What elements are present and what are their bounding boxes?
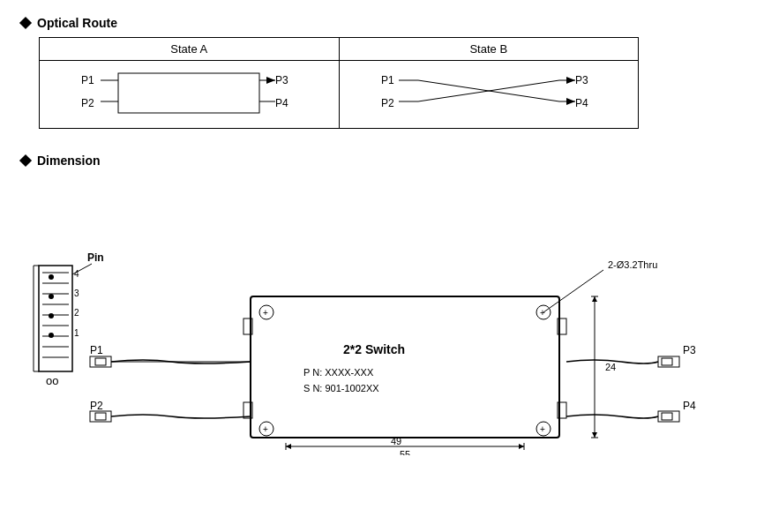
state-a-p3: P3: [275, 74, 288, 86]
dimension-diagram: 4 3 2 1 oo Pin 2.54*3=7.62 P1 P2: [30, 182, 753, 455]
state-b-p3: P3: [575, 74, 588, 86]
oo-symbol: oo: [46, 374, 58, 387]
state-b-diagram-cell: P1 P2 P3 P4: [339, 61, 639, 129]
dim-24: 24: [605, 362, 616, 372]
state-a-svg: P1 P2 P3 P4: [74, 64, 303, 122]
state-b-p2: P2: [381, 97, 394, 109]
pin-dot-2: [49, 313, 54, 318]
pin-1: 1: [74, 328, 79, 338]
dimension-title: Dimension: [37, 154, 101, 168]
svg-rect-0: [118, 73, 259, 113]
optical-route-table: State A State B P1 P2 P3 P4: [39, 37, 639, 129]
dimension-svg: 4 3 2 1 oo Pin 2.54*3=7.62 P1 P2: [30, 182, 753, 455]
pin-dot-4: [49, 274, 54, 280]
sn-label: S N: 901-1002XX: [303, 383, 379, 393]
svg-rect-40: [662, 358, 672, 365]
svg-marker-47: [519, 444, 524, 449]
dim-49: 49: [391, 436, 401, 446]
svg-rect-11: [39, 266, 72, 371]
dim-55: 55: [400, 449, 410, 455]
state-a-diagram-cell: P1 P2 P3 P4: [40, 61, 340, 129]
pin-2: 2: [74, 308, 79, 318]
svg-text:+: +: [540, 308, 545, 318]
state-b-arrow1: [566, 77, 575, 84]
svg-text:+: +: [540, 424, 545, 434]
state-a-p1: P1: [81, 74, 94, 86]
pn-label: P N: XXXX-XXX: [303, 367, 374, 378]
diamond-icon: [19, 17, 32, 29]
svg-text:+: +: [263, 308, 268, 318]
p2-label: P2: [90, 400, 103, 412]
state-b-svg: P1 P2 P3 P4: [374, 64, 603, 122]
p4-label: P4: [683, 400, 696, 412]
svg-rect-29: [95, 413, 106, 420]
hole-label: 2-Ø3.2Thru: [608, 259, 657, 270]
svg-text:+: +: [263, 424, 268, 434]
pin-3: 3: [74, 288, 79, 298]
dimension-header: Dimension: [21, 154, 758, 168]
state-b-p4: P4: [575, 97, 588, 109]
p3-label: P3: [683, 344, 696, 356]
state-a-p2: P2: [81, 97, 94, 109]
optical-route-title: Optical Route: [37, 16, 117, 30]
state-b-header: State B: [339, 38, 639, 61]
state-a-header: State A: [40, 38, 340, 61]
svg-marker-57: [592, 432, 597, 438]
svg-marker-46: [286, 444, 291, 449]
pin-label: Pin: [87, 251, 104, 264]
state-b-p1: P1: [381, 74, 394, 86]
svg-rect-30: [251, 296, 559, 438]
optical-route-header: Optical Route: [21, 16, 758, 30]
state-a-p4: P4: [275, 97, 288, 109]
state-b-arrow2: [566, 98, 575, 105]
diamond-icon-2: [19, 154, 32, 167]
switch-label: 2*2 Switch: [343, 342, 405, 356]
p1-label: P1: [90, 344, 103, 356]
svg-rect-42: [662, 413, 672, 420]
pin-dot-1: [49, 333, 54, 338]
pin-dot-3: [49, 294, 54, 299]
state-a-arrow1: [266, 77, 275, 84]
svg-rect-26: [95, 358, 106, 365]
svg-marker-56: [592, 296, 597, 302]
